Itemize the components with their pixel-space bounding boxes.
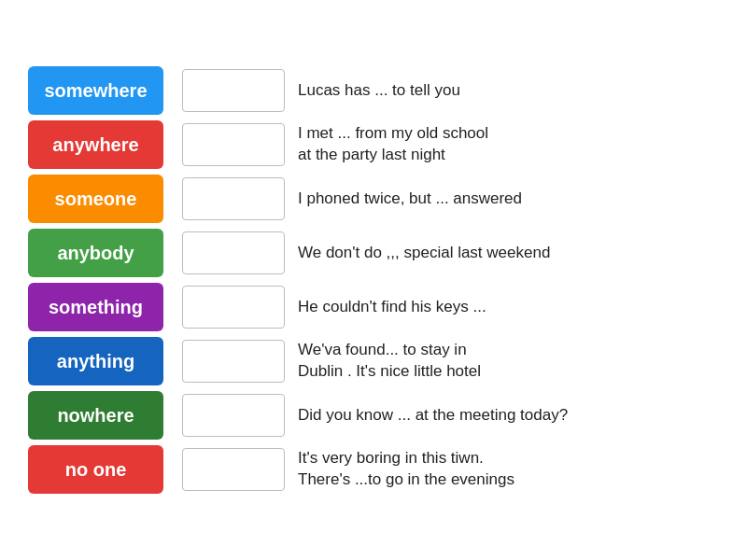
- exercise-row: We'va found... to stay inDublin . It's n…: [182, 337, 719, 385]
- word-list: somewhereanywheresomeoneanybodysomething…: [28, 66, 163, 494]
- answer-box[interactable]: [182, 340, 285, 383]
- answer-box[interactable]: [182, 394, 285, 437]
- exercises-list: Lucas has ... to tell youI met ... from …: [182, 66, 719, 494]
- word-btn-somewhere[interactable]: somewhere: [28, 66, 163, 115]
- word-btn-no-one[interactable]: no one: [28, 445, 163, 494]
- exercise-row: It's very boring in this tiwn.There's ..…: [182, 445, 719, 494]
- exercise-text: We'va found... to stay inDublin . It's n…: [298, 340, 481, 383]
- exercise-row: He couldn't find his keys ...: [182, 283, 719, 331]
- word-btn-anywhere[interactable]: anywhere: [28, 120, 163, 169]
- exercise-text: I met ... from my old schoolat the party…: [298, 123, 488, 166]
- exercise-text: We don't do ,,, special last weekend: [298, 243, 550, 264]
- exercise-row: Did you know ... at the meeting today?: [182, 391, 719, 440]
- exercise-text: I phoned twice, but ... answered: [298, 189, 522, 210]
- answer-box[interactable]: [182, 448, 285, 491]
- exercise-text: He couldn't find his keys ...: [298, 297, 486, 318]
- exercise-text: Did you know ... at the meeting today?: [298, 405, 568, 427]
- main-container: somewhereanywheresomeoneanybodysomething…: [0, 38, 747, 522]
- exercise-text: Lucas has ... to tell you: [298, 80, 460, 102]
- answer-box[interactable]: [182, 177, 285, 220]
- exercise-row: Lucas has ... to tell you: [182, 66, 719, 115]
- word-btn-anybody[interactable]: anybody: [28, 229, 163, 277]
- answer-box[interactable]: [182, 69, 285, 112]
- word-btn-nowhere[interactable]: nowhere: [28, 391, 163, 440]
- word-btn-someone[interactable]: someone: [28, 175, 163, 223]
- exercise-row: I phoned twice, but ... answered: [182, 175, 719, 223]
- word-btn-something[interactable]: something: [28, 283, 163, 331]
- answer-box[interactable]: [182, 231, 285, 274]
- word-btn-anything[interactable]: anything: [28, 337, 163, 385]
- exercise-row: I met ... from my old schoolat the party…: [182, 120, 719, 169]
- answer-box[interactable]: [182, 286, 285, 329]
- exercise-row: We don't do ,,, special last weekend: [182, 229, 719, 277]
- exercise-text: It's very boring in this tiwn.There's ..…: [298, 448, 514, 491]
- answer-box[interactable]: [182, 123, 285, 166]
